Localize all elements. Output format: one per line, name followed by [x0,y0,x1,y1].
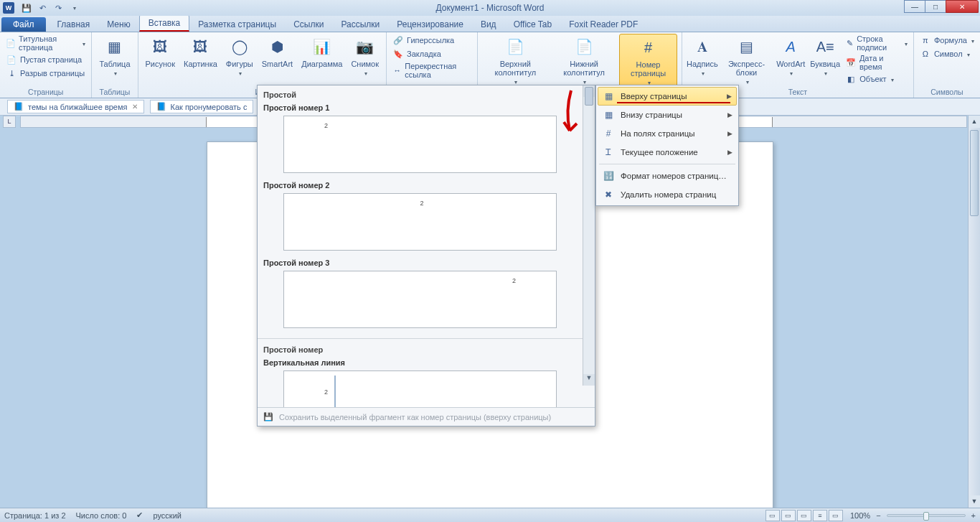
symbol-button[interactable]: ΩСимвол [918,47,976,60]
tab-review[interactable]: Рецензирование [388,17,472,32]
smartart-button[interactable]: ⬢SmartArt [259,34,296,70]
group-label: Символы [918,88,976,98]
remove-icon: ✖ [602,188,615,201]
blank-page-button[interactable]: 📄Пустая страница [4,53,87,66]
word-app-icon: W [3,2,14,14]
view-fullscreen[interactable]: ▭ [781,510,796,521]
chevron-right-icon: ▶ [727,111,732,118]
textbox-button[interactable]: 𝐀Надпись [687,34,718,78]
scroll-down-icon[interactable]: ▼ [969,495,980,508]
hyperlink-button[interactable]: 🔗Гиперссылка [391,34,473,47]
menu-bottom-of-page[interactable]: ▦ Внизу страницы ▶ [598,106,737,124]
gallery-item-simple3[interactable]: 2 [283,271,557,328]
gallery-item-simple1[interactable]: 2 [283,116,557,173]
tab-officetab[interactable]: Office Tab [505,17,561,32]
status-page[interactable]: Страница: 1 из 2 [4,511,66,520]
tab-references[interactable]: Ссылки [285,17,332,32]
bookmark-button[interactable]: 🔖Закладка [391,47,473,60]
gallery-section-header: Простой [262,88,578,101]
qat-customize-icon[interactable] [67,1,80,14]
zoom-in-button[interactable]: + [971,511,976,520]
file-tab[interactable]: Файл [1,17,46,32]
close-icon[interactable]: ✕ [132,103,138,111]
scroll-thumb[interactable] [585,87,593,106]
tab-view[interactable]: Вид [472,17,505,32]
zoom-level[interactable]: 100% [850,511,870,520]
page-break-button[interactable]: ⤓Разрыв страницы [4,67,87,80]
vertical-scrollbar[interactable]: ▲ ▼ [968,116,980,508]
smartart-icon: ⬢ [265,35,288,58]
equation-icon: π [920,34,931,46]
dropcap-button[interactable]: A≡Буквица [809,34,841,78]
gallery-scrollbar[interactable]: ▲ ▼ [583,85,595,386]
scroll-down-icon[interactable]: ▼ [583,374,595,386]
menu-page-margins[interactable]: # На полях страницы ▶ [598,124,737,143]
quickparts-button[interactable]: ▤Экспресс-блоки [721,34,772,87]
status-bar: Страница: 1 из 2 Число слов: 0 ✔ русский… [0,508,980,522]
table-button[interactable]: ▦Таблица [96,34,133,78]
close-button[interactable]: ✕ [946,0,979,13]
doc-tab-1[interactable]: 📘темы на ближайшее время✕ [7,100,144,113]
datetime-button[interactable]: 📅Дата и время [844,53,909,72]
picture-button[interactable]: 🖼Рисунок [143,34,179,70]
minimize-button[interactable]: — [904,0,925,13]
page-number-button[interactable]: #Номер страницы [619,34,677,88]
view-print-layout[interactable]: ▭ [765,510,780,521]
zoom-slider[interactable] [887,514,966,517]
signature-button[interactable]: ✎Строка подписи [844,34,909,52]
page-top-icon: ▦ [602,90,615,103]
doc-tab-2[interactable]: 📘Как пронумеровать с [150,100,254,113]
group-tables: ▦Таблица Таблицы [92,32,138,98]
view-web[interactable]: ▭ [797,510,811,521]
clipart-button[interactable]: 🖼Картинка [181,34,220,70]
tab-selector[interactable]: L [3,116,16,128]
zoom-thumb[interactable] [923,512,929,521]
picture-icon: 🖼 [149,35,171,58]
maximize-button[interactable]: □ [925,0,946,13]
view-draft[interactable]: ▭ [829,510,843,521]
redo-icon[interactable]: ↷ [52,1,65,14]
pagenum-icon: # [637,36,660,59]
screenshot-button[interactable]: 📷Снимок [348,34,382,78]
wordart-button[interactable]: AWordArt [775,34,806,78]
group-pages: 📄Титульная страница 📄Пустая страница ⤓Ра… [0,32,92,98]
header-button[interactable]: 📄Верхний колонтитул [482,34,549,87]
save-icon[interactable]: 💾 [20,1,33,14]
scroll-thumb[interactable] [970,130,979,216]
tab-foxit[interactable]: Foxit Reader PDF [560,17,646,32]
status-language[interactable]: русский [153,511,181,520]
scroll-up-icon[interactable]: ▲ [969,116,980,128]
status-spellcheck-icon[interactable]: ✔ [136,511,143,520]
group-symbols: πФормула ΩСимвол Символы [914,32,980,98]
menu-format-page-numbers[interactable]: 🔢 Формат номеров страниц… [598,167,737,185]
menu-current-position[interactable]: Ꮖ Текущее положение ▶ [598,143,737,162]
menu-top-of-page[interactable]: ▦ Вверху страницы ▶ [598,87,737,106]
tab-home[interactable]: Главная [49,17,99,32]
cover-page-button[interactable]: 📄Титульная страница [4,34,87,52]
object-button[interactable]: ◧Объект [844,73,909,85]
view-outline[interactable]: ≡ [813,510,827,521]
object-icon: ◧ [845,73,857,85]
gallery-item-vertical[interactable]: 2 [283,370,557,407]
tab-pagelayout[interactable]: Разметка страницы [189,17,285,32]
crossref-button[interactable]: ↔Перекрестная ссылка [391,61,473,80]
menu-remove-page-numbers[interactable]: ✖ Удалить номера страниц [598,185,737,204]
link-icon: 🔗 [392,34,404,46]
group-label: Страницы [4,88,87,98]
header-icon: 📄 [504,35,527,58]
clipart-icon: 🖼 [189,35,212,58]
equation-button[interactable]: πФормула [918,34,976,47]
gallery-item-simple2[interactable]: 2 [283,193,557,251]
title-bar: W 💾 ↶ ↷ Документ1 - Microsoft Word — □ ✕ [0,0,980,16]
tab-menu[interactable]: Меню [98,17,138,32]
undo-icon[interactable]: ↶ [36,1,49,14]
tab-insert[interactable]: Вставка [139,15,190,32]
zoom-out-button[interactable]: − [876,511,880,520]
chart-button[interactable]: 📊Диаграмма [298,34,345,70]
wordart-icon: A [779,35,802,58]
shapes-button[interactable]: ◯Фигуры [223,34,256,78]
footer-button[interactable]: 📄Нижний колонтитул [552,34,616,87]
chevron-right-icon: ▶ [727,93,732,100]
status-wordcount[interactable]: Число слов: 0 [76,511,127,520]
tab-mailings[interactable]: Рассылки [332,17,388,32]
